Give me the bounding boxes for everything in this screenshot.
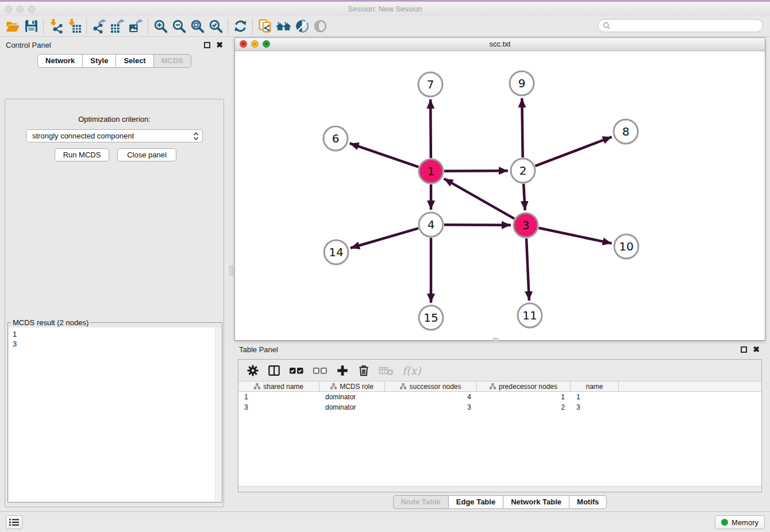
split-view-button[interactable]: [268, 363, 280, 378]
tab-mcds[interactable]: MCDS: [153, 54, 191, 68]
float-table-panel-button[interactable]: [741, 346, 747, 353]
table-cell[interactable]: 2: [477, 402, 571, 413]
annotations-icon: [295, 19, 309, 33]
edge-3-1[interactable]: [444, 179, 514, 219]
graph-node-10[interactable]: 10: [614, 234, 638, 259]
table-cell[interactable]: dominator: [319, 402, 385, 413]
add-column-button[interactable]: [336, 363, 349, 378]
edge-3-10[interactable]: [539, 228, 612, 244]
function-builder-button[interactable]: f(x): [402, 363, 421, 378]
table-cell[interactable]: 1: [477, 392, 571, 402]
edge-2-8[interactable]: [536, 137, 612, 166]
table-cell[interactable]: 1: [571, 392, 619, 402]
task-history-button[interactable]: [6, 515, 22, 529]
column-header-shared-name[interactable]: shared name: [238, 381, 319, 391]
graph-node-2[interactable]: 2: [511, 159, 535, 183]
table-cell[interactable]: 4: [385, 392, 477, 402]
graph-node-14[interactable]: 14: [324, 240, 348, 264]
annotations-button[interactable]: [292, 18, 311, 35]
close-panel-button[interactable]: Close panel: [117, 148, 176, 161]
import-network-button[interactable]: [47, 18, 65, 35]
table-row[interactable]: 1dominator411: [238, 392, 761, 402]
table-cell[interactable]: dominator: [319, 392, 385, 402]
edge-4-14[interactable]: [351, 228, 418, 248]
table-settings-button[interactable]: [247, 363, 259, 378]
tab-edge-table[interactable]: Edge Table: [448, 495, 503, 509]
export-table-button[interactable]: [108, 18, 126, 35]
graph-node-8[interactable]: 8: [614, 119, 638, 144]
clone-network-button[interactable]: [256, 18, 274, 35]
network-graph[interactable]: 7968124314101511: [235, 51, 765, 341]
export-image-button[interactable]: [126, 18, 145, 35]
network-canvas[interactable]: 7968124314101511: [235, 51, 765, 340]
graph-node-4[interactable]: 4: [419, 213, 443, 237]
tab-motifs[interactable]: Motifs: [569, 495, 607, 509]
column-header-MCDS-role[interactable]: MCDS role: [319, 381, 385, 391]
import-table-icon: [67, 19, 82, 33]
graph-node-6[interactable]: 6: [324, 126, 348, 151]
edge-3-11[interactable]: [526, 238, 529, 300]
horizontal-splitter-handle[interactable]: [493, 338, 498, 342]
zoom-out-button[interactable]: [170, 18, 188, 35]
deselect-all-button[interactable]: [313, 363, 328, 378]
edge-1-7[interactable]: [430, 99, 431, 158]
mcds-pane: Optimization criterion: strongly connect…: [5, 99, 224, 507]
table-hscroll-area[interactable]: [238, 486, 761, 492]
edge-1-6[interactable]: [350, 143, 419, 167]
table-row[interactable]: 3dominator323: [238, 402, 761, 413]
table-cell[interactable]: 1: [238, 392, 319, 402]
network-window-titlebar[interactable]: × − + scc.txt: [235, 38, 765, 51]
refresh-layout-button[interactable]: [231, 18, 249, 35]
close-panel-icon[interactable]: ✖: [216, 42, 223, 48]
save-session-button[interactable]: [22, 18, 40, 35]
tab-style[interactable]: Style: [82, 54, 116, 68]
tab-node-table[interactable]: Node Table: [393, 495, 449, 509]
column-header-name[interactable]: name: [571, 381, 619, 391]
import-table-button[interactable]: [65, 18, 83, 35]
search-input[interactable]: [613, 22, 763, 30]
column-label: successor nodes: [409, 383, 461, 391]
column-header-predecessor-nodes[interactable]: predecessor nodes: [477, 381, 571, 391]
edge-4-3[interactable]: [444, 225, 511, 225]
memory-label: Memory: [732, 518, 759, 527]
table-cell[interactable]: 3: [238, 402, 319, 413]
open-file-button[interactable]: [3, 18, 22, 35]
select-all-button[interactable]: [289, 363, 304, 378]
hide-details-button[interactable]: [311, 18, 329, 35]
graph-node-11[interactable]: 11: [518, 303, 542, 327]
export-network-button[interactable]: [90, 18, 108, 35]
tab-select[interactable]: Select: [116, 54, 153, 68]
delete-rows-button[interactable]: [357, 363, 370, 378]
optimization-criterion-select[interactable]: strongly connected component: [26, 129, 203, 142]
open-folder-icon: [6, 20, 20, 33]
edge-2-3[interactable]: [523, 184, 525, 210]
float-panel-button[interactable]: [204, 42, 210, 48]
zoom-selected-button[interactable]: [206, 18, 225, 35]
graph-node-9[interactable]: 9: [510, 71, 534, 95]
network-view-window: × − + scc.txt 7968124314101511: [234, 37, 765, 341]
edge-2-9[interactable]: [522, 98, 522, 157]
graph-node-1[interactable]: 1: [419, 159, 443, 183]
search-box[interactable]: [598, 19, 763, 32]
table-cell[interactable]: 3: [385, 402, 477, 413]
column-header-successor-nodes[interactable]: successor nodes: [385, 381, 477, 391]
run-mcds-button[interactable]: Run MCDS: [55, 148, 109, 161]
zoom-fit-button[interactable]: [188, 18, 206, 35]
status-bar: Memory: [0, 511, 770, 532]
close-table-panel-icon[interactable]: ✖: [753, 346, 760, 353]
first-neighbors-button[interactable]: [274, 18, 292, 35]
mcds-result-list[interactable]: 13: [9, 327, 221, 502]
tab-network[interactable]: Network: [37, 54, 83, 68]
application-window: Session: New Session: [0, 0, 770, 532]
edge-1-2[interactable]: [444, 171, 508, 171]
zoom-in-button[interactable]: [151, 18, 170, 35]
memory-button[interactable]: Memory: [715, 515, 765, 529]
vertical-splitter-handle[interactable]: [229, 265, 233, 276]
graph-node-3[interactable]: 3: [514, 213, 538, 237]
graph-node-15[interactable]: 15: [419, 306, 443, 330]
result-scrollbar[interactable]: [215, 327, 221, 502]
tab-network-table[interactable]: Network Table: [503, 495, 569, 509]
table-cell[interactable]: 3: [571, 402, 619, 413]
graph-node-7[interactable]: 7: [418, 72, 442, 97]
delete-table-button[interactable]: [379, 363, 394, 378]
